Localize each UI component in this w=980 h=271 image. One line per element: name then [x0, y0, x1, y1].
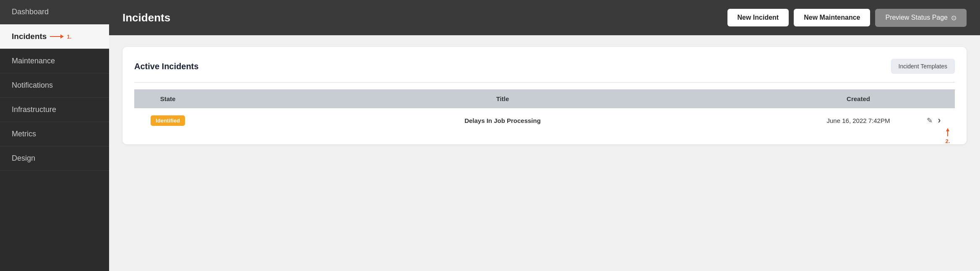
annotation-label-2: 2.	[946, 138, 950, 144]
sidebar-item-label: Notifications	[12, 81, 53, 90]
cell-created: June 16, 2022 7:42PM	[804, 108, 913, 133]
status-badge: Identified	[151, 115, 185, 126]
arrow-annotation-1	[50, 36, 63, 37]
cell-state: Identified	[134, 108, 201, 133]
sidebar-item-dashboard[interactable]: Dashboard	[0, 0, 109, 24]
cell-title: Delays In Job Processing	[201, 108, 804, 133]
annotation-label-1: 1.	[67, 34, 71, 40]
incidents-card: Active Incidents Incident Templates Stat…	[122, 47, 967, 144]
sidebar-item-label: Dashboard	[12, 8, 49, 16]
chevron-right-icon[interactable]: ›	[938, 115, 941, 126]
sidebar-item-label: Maintenance	[12, 57, 55, 65]
sidebar-item-metrics[interactable]: Metrics	[0, 122, 109, 146]
sidebar: Dashboard Incidents 1. Maintenance Notif…	[0, 0, 109, 271]
content-area: Active Incidents Incident Templates Stat…	[109, 35, 980, 271]
incident-templates-button[interactable]: Incident Templates	[891, 59, 955, 74]
page-title: Incidents	[122, 11, 170, 24]
cell-actions: ✎ › 2.	[913, 108, 955, 133]
sidebar-item-infrastructure[interactable]: Infrastructure	[0, 98, 109, 122]
table-header-row: State Title Created	[134, 89, 955, 108]
edit-icon[interactable]: ✎	[927, 116, 933, 125]
new-incident-button[interactable]: New Incident	[727, 9, 789, 26]
divider	[134, 82, 955, 83]
active-incidents-title: Active Incidents	[134, 62, 198, 71]
sidebar-item-maintenance[interactable]: Maintenance	[0, 49, 109, 73]
action-icons: ✎ ›	[921, 115, 946, 126]
header-actions: New Incident New Maintenance Preview Sta…	[727, 9, 967, 27]
col-actions	[913, 89, 955, 108]
main-content: Incidents New Incident New Maintenance P…	[109, 0, 980, 271]
card-header: Active Incidents Incident Templates	[134, 59, 955, 74]
table-row: Identified Delays In Job Processing June…	[134, 108, 955, 133]
sidebar-item-label: Design	[12, 154, 35, 163]
annotation-2: 2.	[945, 128, 951, 144]
incidents-table: State Title Created Identified Delays In…	[134, 89, 955, 133]
preview-status-page-label: Preview Status Page	[885, 14, 948, 21]
preview-status-page-button[interactable]: Preview Status Page ⊙	[875, 9, 967, 27]
page-header: Incidents New Incident New Maintenance P…	[109, 0, 980, 35]
external-link-icon: ⊙	[951, 14, 957, 22]
sidebar-item-incidents[interactable]: Incidents 1.	[0, 24, 109, 49]
sidebar-item-design[interactable]: Design	[0, 146, 109, 171]
sidebar-item-label: Incidents	[12, 32, 47, 41]
sidebar-item-notifications[interactable]: Notifications	[0, 73, 109, 98]
new-maintenance-button[interactable]: New Maintenance	[794, 9, 870, 26]
svg-marker-1	[946, 128, 949, 131]
col-created: Created	[804, 89, 913, 108]
col-title: Title	[201, 89, 804, 108]
sidebar-item-label: Infrastructure	[12, 105, 56, 114]
col-state: State	[134, 89, 201, 108]
sidebar-item-label: Metrics	[12, 130, 36, 138]
up-arrow-icon	[945, 128, 951, 137]
